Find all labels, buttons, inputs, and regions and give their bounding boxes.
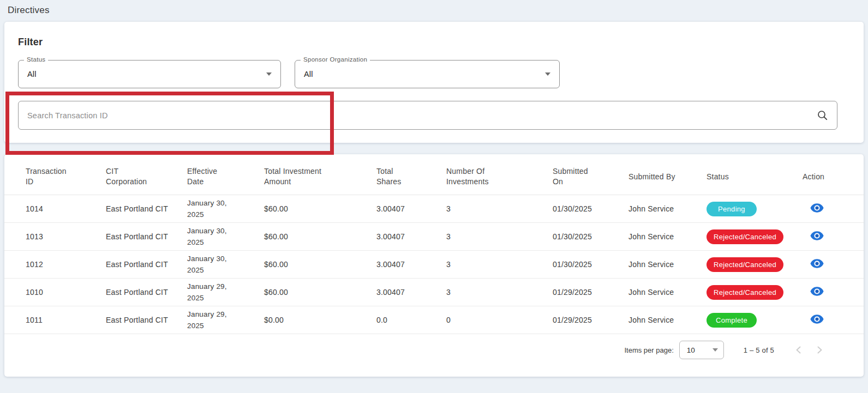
- column-header-status: Status: [707, 172, 803, 182]
- cell-number-of-investments: 3: [446, 232, 553, 241]
- items-per-page-label: Items per page:: [624, 346, 673, 354]
- cell-cit-corporation: East Portland CIT: [106, 316, 187, 324]
- column-header-total-investment-amount: Total Investment Amount: [264, 166, 376, 187]
- page-title: Directives: [0, 0, 868, 22]
- sponsor-organization-select[interactable]: Sponsor Organization All: [295, 60, 560, 88]
- view-action-eye-icon[interactable]: [810, 259, 824, 268]
- cell-cit-corporation: East Portland CIT: [106, 260, 187, 269]
- cell-transaction-id: 1012: [26, 260, 106, 269]
- cell-total-shares: 3.00407: [376, 260, 446, 269]
- status-select-value: All: [27, 70, 37, 78]
- cell-transaction-id: 1014: [26, 204, 106, 213]
- view-action-eye-icon[interactable]: [810, 203, 824, 213]
- cell-submitted-by: John Service: [628, 260, 707, 269]
- cell-total-investment-amount: $0.00: [264, 316, 376, 324]
- cell-transaction-id: 1011: [26, 316, 106, 324]
- cell-transaction-id: 1010: [26, 288, 106, 297]
- filter-card: Filter Status All Sponsor Organization A…: [4, 22, 864, 143]
- column-header-submitted-on: Submitted On: [553, 166, 628, 187]
- column-header-number-of-investments: Number Of Investments: [446, 166, 553, 187]
- search-field: [18, 101, 837, 130]
- pagination-bar: Items per page: 10 1 – 5 of 5: [4, 340, 864, 377]
- previous-page-button[interactable]: [788, 340, 809, 360]
- table-row: 1011 East Portland CIT January 29, 2025 …: [4, 306, 864, 334]
- cell-cit-corporation: East Portland CIT: [106, 232, 187, 241]
- column-header-total-shares: Total Shares: [376, 166, 446, 187]
- cell-number-of-investments: 3: [446, 260, 553, 269]
- view-action-eye-icon[interactable]: [810, 287, 824, 296]
- column-header-cit-corporation: CIT Corporation: [106, 166, 187, 187]
- cell-total-investment-amount: $60.00: [264, 204, 376, 213]
- cell-cit-corporation: East Portland CIT: [106, 204, 187, 213]
- cell-submitted-by: John Service: [628, 204, 707, 213]
- directives-table-card: Transaction ID CIT Corporation Effective…: [4, 154, 864, 377]
- cell-total-shares: 3.00407: [376, 232, 446, 241]
- table-row: 1013 East Portland CIT January 30, 2025 …: [4, 223, 864, 251]
- cell-cit-corporation: East Portland CIT: [106, 288, 187, 297]
- cell-transaction-id: 1013: [26, 232, 106, 241]
- cell-number-of-investments: 3: [446, 288, 553, 297]
- status-badge: Rejected/Canceled: [707, 257, 783, 272]
- table-header-row: Transaction ID CIT Corporation Effective…: [4, 154, 864, 195]
- search-transaction-id-input[interactable]: [27, 111, 817, 120]
- pagination-range-label: 1 – 5 of 5: [744, 346, 774, 354]
- status-badge: Rejected/Canceled: [707, 285, 783, 300]
- sponsor-organization-select-value: All: [304, 70, 313, 78]
- status-badge: Complete: [707, 313, 757, 328]
- cell-total-shares: 3.00407: [376, 288, 446, 297]
- column-header-action: Action: [803, 172, 855, 182]
- cell-submitted-on: 01/29/2025: [553, 316, 628, 324]
- cell-number-of-investments: 0: [446, 316, 553, 324]
- cell-number-of-investments: 3: [446, 204, 553, 213]
- search-icon[interactable]: [817, 110, 828, 121]
- cell-submitted-on: 01/29/2025: [553, 288, 628, 297]
- status-badge: Rejected/Canceled: [707, 229, 783, 244]
- table-row: 1012 East Portland CIT January 30, 2025 …: [4, 251, 864, 279]
- chevron-down-icon: [545, 72, 550, 76]
- table-body: 1014 East Portland CIT January 30, 2025 …: [4, 195, 864, 334]
- cell-submitted-by: John Service: [628, 232, 707, 241]
- next-page-button[interactable]: [809, 340, 830, 360]
- status-badge: Pending: [707, 202, 757, 216]
- filter-heading: Filter: [18, 35, 851, 49]
- cell-submitted-by: John Service: [628, 316, 707, 324]
- column-header-effective-date: Effective Date: [187, 166, 264, 187]
- cell-effective-date: January 30, 2025: [187, 225, 264, 248]
- chevron-down-icon: [266, 72, 272, 76]
- view-action-eye-icon[interactable]: [810, 315, 824, 324]
- cell-effective-date: January 30, 2025: [187, 197, 264, 220]
- cell-total-investment-amount: $60.00: [264, 288, 376, 297]
- items-per-page-select[interactable]: 10: [679, 341, 724, 359]
- items-per-page-value: 10: [687, 346, 695, 354]
- cell-submitted-on: 01/30/2025: [553, 204, 628, 213]
- filter-selects-row: Status All Sponsor Organization All: [18, 60, 851, 88]
- column-header-transaction-id: Transaction ID: [26, 166, 106, 187]
- view-action-eye-icon[interactable]: [810, 231, 824, 240]
- cell-total-shares: 3.00407: [376, 204, 446, 213]
- status-select-label: Status: [24, 56, 48, 63]
- chevron-down-icon: [713, 348, 718, 352]
- status-select[interactable]: Status All: [18, 60, 281, 88]
- cell-submitted-on: 01/30/2025: [553, 260, 628, 269]
- cell-submitted-by: John Service: [628, 288, 707, 297]
- table-row: 1014 East Portland CIT January 30, 2025 …: [4, 195, 864, 223]
- cell-total-investment-amount: $60.00: [264, 232, 376, 241]
- cell-submitted-on: 01/30/2025: [553, 232, 628, 241]
- sponsor-organization-select-label: Sponsor Organization: [301, 56, 370, 63]
- cell-effective-date: January 29, 2025: [187, 281, 264, 304]
- column-header-submitted-by: Submitted By: [628, 172, 707, 182]
- cell-effective-date: January 30, 2025: [187, 253, 264, 276]
- table-row: 1010 East Portland CIT January 29, 2025 …: [4, 279, 864, 306]
- cell-total-shares: 0.0: [376, 316, 446, 324]
- cell-effective-date: January 29, 2025: [187, 309, 264, 331]
- cell-total-investment-amount: $60.00: [264, 260, 376, 269]
